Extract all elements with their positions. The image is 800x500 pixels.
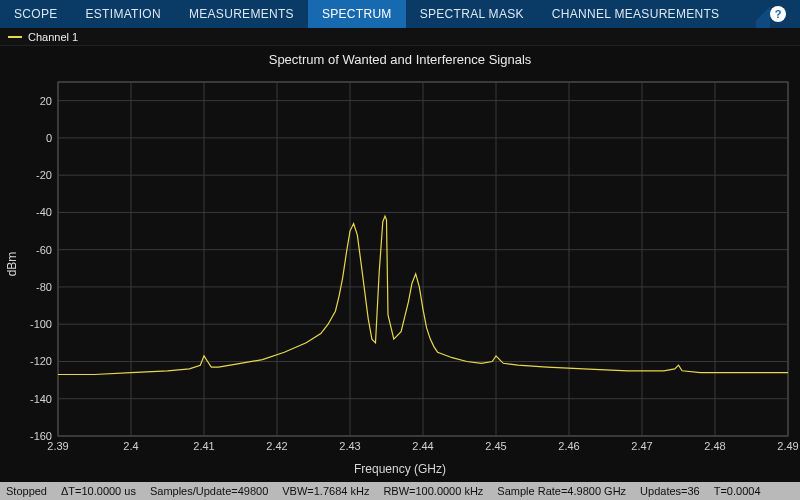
status-delta-t: ΔT=10.0000 us [61,485,136,497]
svg-text:2.48: 2.48 [704,440,725,452]
svg-text:2.45: 2.45 [485,440,506,452]
toolbar: SCOPE ESTIMATION MEASUREMENTS SPECTRUM S… [0,0,800,28]
svg-text:2.46: 2.46 [558,440,579,452]
status-bar: Stopped ΔT=10.0000 us Samples/Update=498… [0,482,800,500]
svg-text:2.44: 2.44 [412,440,433,452]
plot-area[interactable]: 2.392.42.412.422.432.442.452.462.472.482… [58,82,788,436]
svg-text:-120: -120 [30,355,52,367]
tab-estimation[interactable]: ESTIMATION [72,0,175,28]
y-axis-label: dBm [5,252,19,277]
svg-text:2.49: 2.49 [777,440,798,452]
svg-text:2.4: 2.4 [123,440,138,452]
svg-text:2.41: 2.41 [193,440,214,452]
svg-text:2.42: 2.42 [266,440,287,452]
tab-channel-measurements[interactable]: CHANNEL MEASUREMENTS [538,0,734,28]
svg-text:-40: -40 [36,206,52,218]
chart: Spectrum of Wanted and Interference Sign… [0,46,800,482]
svg-text:0: 0 [46,132,52,144]
chart-title: Spectrum of Wanted and Interference Sign… [0,46,800,69]
svg-text:-80: -80 [36,281,52,293]
status-vbw: VBW=1.7684 kHz [282,485,369,497]
svg-text:-60: -60 [36,244,52,256]
help-icon: ? [770,6,786,22]
svg-text:-140: -140 [30,393,52,405]
tab-measurements[interactable]: MEASUREMENTS [175,0,308,28]
legend-label: Channel 1 [28,31,78,43]
svg-text:-160: -160 [30,430,52,442]
svg-text:-20: -20 [36,169,52,181]
svg-text:2.47: 2.47 [631,440,652,452]
tab-scope[interactable]: SCOPE [0,0,72,28]
status-samples: Samples/Update=49800 [150,485,268,497]
tab-spectral-mask[interactable]: SPECTRAL MASK [406,0,538,28]
status-t: T=0.0004 [714,485,761,497]
svg-text:2.43: 2.43 [339,440,360,452]
status-rbw: RBW=100.0000 kHz [383,485,483,497]
status-sample-rate: Sample Rate=4.9800 GHz [497,485,626,497]
svg-text:20: 20 [40,95,52,107]
x-axis-label: Frequency (GHz) [354,462,446,476]
plot-svg: 2.392.42.412.422.432.442.452.462.472.482… [58,82,788,436]
svg-text:-100: -100 [30,318,52,330]
legend-swatch [8,36,22,38]
legend: Channel 1 [0,28,800,46]
tab-spectrum[interactable]: SPECTRUM [308,0,406,28]
help-button[interactable]: ? [756,0,800,28]
status-updates: Updates=36 [640,485,700,497]
status-state: Stopped [6,485,47,497]
